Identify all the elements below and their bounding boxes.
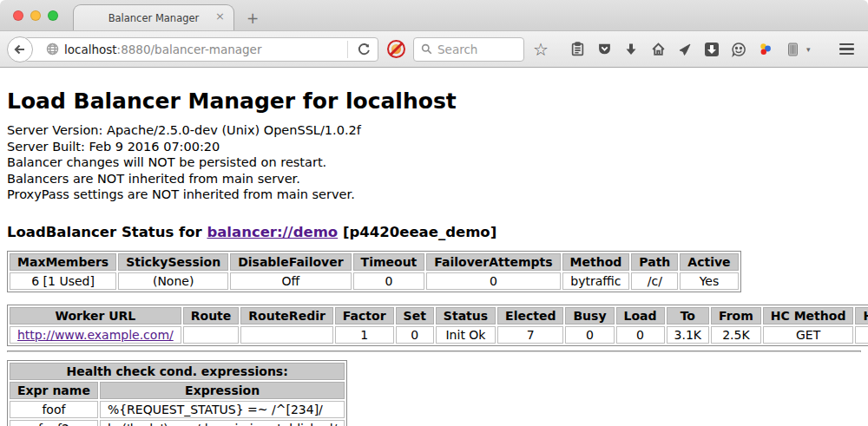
- back-arrow-icon: [13, 43, 27, 56]
- home-button[interactable]: [648, 39, 668, 60]
- worker-row: http://www.example.com/ 1 0 Init Ok 7 0 …: [10, 326, 868, 344]
- timeout-value: 0: [353, 272, 425, 290]
- route-value: [183, 326, 240, 344]
- zoom-window-button[interactable]: [48, 10, 58, 21]
- health-expr-row: foof %{REQUEST_STATUS} =~ /^[234]/: [10, 401, 345, 418]
- hamburger-icon: [839, 43, 854, 56]
- balancer-demo-link[interactable]: balancer://demo: [207, 224, 338, 240]
- search-bar[interactable]: Search: [413, 37, 524, 62]
- pocket-button[interactable]: [594, 39, 615, 60]
- stickysession-value: (None): [118, 272, 228, 290]
- health-table-title: Health check cond. expressions:: [10, 363, 345, 380]
- colorful-dots-icon: [758, 42, 773, 57]
- routeredir-value: [240, 326, 333, 344]
- column-header: RouteRedir: [240, 307, 333, 324]
- downloads-button[interactable]: [621, 39, 641, 60]
- minimize-window-button[interactable]: [30, 10, 41, 21]
- close-window-button[interactable]: [13, 10, 23, 21]
- navigation-toolbar: localhost:8880/balancer-manager Search ☆: [0, 31, 868, 68]
- column-header: StickySession: [118, 253, 228, 271]
- column-header: FailoverAttempts: [426, 253, 560, 271]
- download-arrow-icon: [624, 43, 638, 56]
- content-blocker-button[interactable]: [385, 39, 407, 60]
- maxmembers-value: 6 [1 Used]: [10, 272, 116, 290]
- smiley-icon: [731, 42, 746, 57]
- expression-value: %{REQUEST_STATUS} =~ /^[234]/: [100, 401, 345, 418]
- bookmark-star-button[interactable]: ☆: [530, 39, 551, 60]
- home-icon: [651, 42, 666, 56]
- health-expr-row: foof2 hc('body') =~ /domain is establish…: [10, 420, 345, 426]
- column-header: MaxMembers: [10, 253, 116, 271]
- worker-url-link[interactable]: http://www.example.com/: [17, 328, 174, 342]
- reading-list-icon: [570, 42, 585, 56]
- column-header: Path: [631, 253, 678, 271]
- tab-title: Balancer Manager: [108, 12, 200, 24]
- method-value: bytraffic: [562, 272, 630, 290]
- expr-name-value: foof: [10, 401, 98, 418]
- search-placeholder: Search: [437, 43, 477, 56]
- table-header-row: MaxMembers StickySession DisableFailover…: [10, 253, 739, 271]
- back-button[interactable]: [7, 36, 33, 62]
- window-controls: [13, 10, 58, 21]
- blocked-content-icon: [387, 40, 405, 58]
- column-header: Load: [616, 307, 665, 324]
- overflow-caret-icon[interactable]: ▾: [806, 45, 811, 54]
- reading-list-button[interactable]: [567, 39, 588, 60]
- column-header: Factor: [335, 307, 394, 324]
- worker-url-cell: http://www.example.com/: [10, 326, 181, 344]
- send-tab-button[interactable]: [674, 39, 695, 60]
- path-value: /c/: [631, 272, 678, 290]
- active-value: Yes: [680, 272, 738, 290]
- loadbalancer-status-heading: LoadBalancer Status for balancer://demo …: [7, 224, 861, 240]
- worker-status-table: Worker URL Route RouteRedir Factor Set S…: [7, 305, 868, 346]
- clipboard-addon-button[interactable]: [782, 39, 803, 60]
- clipboard-addon-icon: [786, 42, 800, 57]
- column-header: Expression: [100, 382, 345, 399]
- column-header: Elected: [497, 307, 563, 324]
- colorful-dots-addon-button[interactable]: [755, 39, 776, 60]
- column-header: Busy: [565, 307, 614, 324]
- bookmark-star-icon: ☆: [533, 41, 549, 58]
- persist-warning-line: Balancer changes will NOT be persisted o…: [7, 154, 861, 171]
- url-separator: [347, 41, 348, 58]
- table-header-row: Expr name Expression: [10, 382, 345, 399]
- emoji-addon-button[interactable]: [728, 39, 749, 60]
- page-content: Load Balancer Manager for localhost Serv…: [0, 68, 868, 426]
- reload-button[interactable]: [353, 39, 374, 60]
- to-value: 3.1K: [667, 326, 709, 344]
- browser-window: Balancer Manager × + localhost:8880/bala…: [0, 0, 868, 426]
- tab-bar: Balancer Manager × +: [0, 0, 868, 31]
- paper-plane-icon: [678, 43, 692, 56]
- reload-icon: [358, 43, 371, 56]
- busy-value: 0: [565, 326, 614, 344]
- column-header: HC Interval: [855, 307, 868, 324]
- status-heading-suffix: [p4420eeae_demo]: [338, 224, 496, 240]
- status-heading-prefix: LoadBalancer Status for: [7, 224, 207, 240]
- new-tab-button[interactable]: +: [247, 10, 259, 27]
- column-header: DisableFailover: [230, 253, 351, 271]
- column-header: To: [667, 307, 709, 324]
- tab-close-icon[interactable]: ×: [215, 10, 225, 23]
- server-version-line: Server Version: Apache/2.5.0-dev (Unix) …: [7, 122, 861, 139]
- proxypass-warning-line: ProxyPass settings are NOT inherited fro…: [7, 187, 861, 203]
- tab-balancer-manager[interactable]: Balancer Manager ×: [73, 4, 234, 30]
- globe-icon: [46, 43, 59, 56]
- column-header: Method: [562, 253, 630, 271]
- table-header-row: Worker URL Route RouteRedir Factor Set S…: [10, 307, 868, 324]
- table-title-row: Health check cond. expressions:: [10, 363, 345, 380]
- expression-value: hc('body') =~ /domain is established/: [100, 420, 345, 426]
- column-header: Active: [680, 253, 738, 271]
- load-value: 0: [616, 326, 665, 344]
- server-built-line: Server Built: Feb 9 2016 07:00:20: [7, 139, 861, 155]
- column-header: From: [711, 307, 761, 324]
- hc-method-value: GET: [763, 326, 854, 344]
- video-download-addon-button[interactable]: [701, 39, 722, 60]
- column-header: Status: [436, 307, 496, 324]
- url-host: localhost: [64, 43, 117, 56]
- url-bar[interactable]: localhost:8880/balancer-manager: [24, 37, 378, 62]
- video-download-addon-icon: [704, 42, 720, 57]
- factor-value: 1: [335, 326, 394, 344]
- menu-button[interactable]: [837, 39, 858, 60]
- page-title: Load Balancer Manager for localhost: [7, 88, 861, 114]
- column-header: Route: [183, 307, 240, 324]
